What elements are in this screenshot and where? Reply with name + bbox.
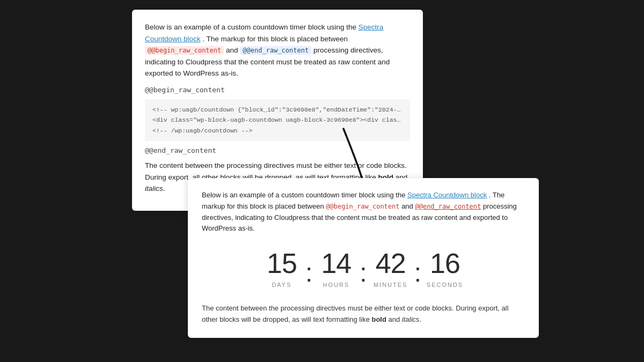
bottom-card: Below is an example of a custom countdow… xyxy=(188,178,539,338)
countdown-seconds: 16 SECONDS xyxy=(423,249,466,290)
countdown-hours: 14 HOURS xyxy=(314,249,357,290)
begin-raw-label: @@begin_raw_content xyxy=(145,85,410,96)
separator-2: : xyxy=(357,260,369,286)
bottom-intro-paragraph: Below is an example of a custom countdow… xyxy=(202,190,525,234)
countdown-timer: 15 DAYS : 14 HOURS : 42 MINUTES : 16 SEC… xyxy=(202,249,525,290)
minutes-value: 42 xyxy=(376,249,406,277)
hours-value: 14 xyxy=(321,249,351,277)
separator-3: : xyxy=(412,260,423,286)
begin-raw-link-bottom: @@begin_raw_content xyxy=(326,203,399,210)
code-line-3: <!-- /wp:uagb/countdown --> xyxy=(152,125,402,136)
countdown-days: 15 DAYS xyxy=(260,249,303,290)
code-line-2: <div class="wp-block-uagb-countdown uagb… xyxy=(152,115,402,125)
begin-raw-badge-top: @@begin_raw_content xyxy=(145,46,224,55)
days-label: DAYS xyxy=(272,280,291,290)
days-value: 15 xyxy=(267,249,297,277)
separator-1: : xyxy=(303,260,314,286)
end-raw-badge-top: @@end_raw_content xyxy=(240,46,311,55)
end-raw-link-bottom: @@end_raw_content xyxy=(415,203,481,210)
countdown-minutes: 42 MINUTES xyxy=(369,249,412,290)
bottom-footer: The content between the processing direc… xyxy=(202,303,525,326)
seconds-label: SECONDS xyxy=(427,280,463,290)
seconds-value: 16 xyxy=(430,249,460,277)
code-line-1: <!-- wp:uagb/countdown {"block_id":"3c96… xyxy=(152,105,402,115)
spectra-link-bottom[interactable]: Spectra Countdown block xyxy=(407,191,487,199)
end-raw-label: @@end_raw_content xyxy=(145,145,410,157)
hours-label: HOURS xyxy=(323,280,349,290)
top-intro-paragraph: Below is an example of a custom countdow… xyxy=(145,21,410,79)
code-block-top: <!-- wp:uagb/countdown {"block_id":"3c96… xyxy=(145,99,410,142)
minutes-label: MINUTES xyxy=(374,280,408,290)
